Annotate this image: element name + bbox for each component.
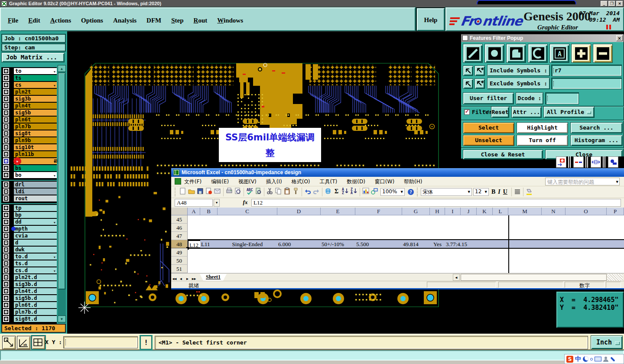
excel-sheet[interactable]: ABCDEFGHIJKLMNOP45464748L12L11Single-End… xyxy=(171,208,624,273)
layer-checkbox[interactable] xyxy=(3,212,9,218)
underline-icon[interactable]: U xyxy=(503,188,507,195)
text-tool-icon[interactable]: A xyxy=(549,44,569,63)
layer-name-to[interactable]: to➤ xyxy=(14,68,57,74)
layer-checkbox[interactable] xyxy=(3,137,9,143)
excel-tool-paste-icon[interactable] xyxy=(283,187,292,197)
tool-icon-1[interactable] xyxy=(556,156,566,168)
cell-B48[interactable]: L11 xyxy=(200,240,218,248)
surface-tool-icon[interactable] xyxy=(506,44,526,63)
excel-tool-draw-icon[interactable] xyxy=(370,187,379,197)
excel-tool-chart-icon[interactable] xyxy=(361,187,370,197)
cell-A48[interactable]: L12 xyxy=(188,240,200,248)
layer-checkbox[interactable] xyxy=(3,124,9,130)
layer-name-dwk[interactable]: dwk xyxy=(14,247,57,253)
alert-button[interactable]: ! xyxy=(140,336,152,349)
layer-name-pln7b[interactable]: pln7b xyxy=(14,124,57,130)
excel-tool-preview-icon[interactable] xyxy=(234,187,242,197)
fx-icon[interactable]: fx xyxy=(240,199,250,207)
excel-menu-item[interactable]: 视图(V) xyxy=(238,178,257,185)
popup-close-icon[interactable]: × xyxy=(616,35,623,41)
col-header-P[interactable]: P xyxy=(607,208,624,215)
excel-tool-spell-icon[interactable]: ABC xyxy=(245,187,254,197)
popup-titlebar[interactable]: Features Filter Popup xyxy=(461,34,624,42)
include-select-icon[interactable] xyxy=(463,65,473,76)
layer-name-bp[interactable]: bp xyxy=(14,212,57,218)
excel-menu-item[interactable]: 插入(I) xyxy=(266,178,282,185)
col-header-A[interactable]: A xyxy=(188,208,200,215)
xy-input[interactable] xyxy=(63,336,138,348)
layer-checkbox[interactable] xyxy=(3,274,9,280)
layer-name-ldi[interactable]: ldi xyxy=(14,188,57,195)
excel-tool-undo-icon[interactable] xyxy=(303,187,312,197)
col-header-M[interactable]: M xyxy=(508,208,542,215)
layer-checkbox[interactable] xyxy=(3,165,9,171)
arc-tool-icon[interactable] xyxy=(528,44,548,63)
excel-tool-redo-icon[interactable] xyxy=(312,187,321,197)
col-header-G[interactable]: G xyxy=(402,208,430,215)
bold-icon[interactable]: B xyxy=(491,188,495,195)
layer-checkbox[interactable] xyxy=(3,75,9,81)
turnoff-button[interactable]: Turn off xyxy=(517,135,568,146)
layer-name-ss[interactable]: ss➤➤ xyxy=(14,158,57,164)
italic-icon[interactable]: I xyxy=(498,188,500,195)
name-box[interactable]: A48 xyxy=(175,199,213,207)
layer-checkbox[interactable] xyxy=(3,89,9,95)
row-header-47[interactable]: 47 xyxy=(171,232,188,240)
exclude-symbols-input[interactable] xyxy=(551,78,622,89)
layer-checkbox[interactable] xyxy=(3,103,9,109)
excel-tool-mail-icon[interactable] xyxy=(213,187,222,197)
sheet-tab[interactable]: Sheet1 xyxy=(200,274,227,281)
layer-checkbox[interactable] xyxy=(3,302,9,308)
menu-item-options[interactable]: Options xyxy=(81,17,103,24)
layer-checkbox[interactable] xyxy=(3,260,9,266)
layer-name-mpth[interactable]: mpth xyxy=(14,226,57,232)
reset-button[interactable]: Reset xyxy=(491,106,509,118)
close-reset-button[interactable]: Close & Reset xyxy=(463,150,543,159)
measure-icon[interactable]: ok xyxy=(17,336,30,349)
cell-I48[interactable]: 3.77:4.15 xyxy=(445,240,461,248)
cell-F48[interactable]: 5.500 xyxy=(355,240,402,248)
col-header-E[interactable]: E xyxy=(321,208,355,215)
filter-checkbox[interactable]: ✓ xyxy=(464,109,470,115)
layer-name-sig10t[interactable]: sig10t xyxy=(14,144,57,150)
layer-name-cs[interactable]: cs➤ xyxy=(14,82,57,88)
excel-tool-save-icon[interactable] xyxy=(196,187,205,197)
zoom-window-icon[interactable] xyxy=(2,336,16,349)
layer-scrollbar[interactable]: ▲ ▼ xyxy=(58,65,66,323)
excel-tool-sortza-icon[interactable]: ZA xyxy=(350,187,358,197)
layer-checkbox[interactable] xyxy=(3,182,9,188)
hscroll-thumb[interactable] xyxy=(461,274,607,281)
col-header-H[interactable]: H xyxy=(430,208,445,215)
menu-item-actions[interactable]: Actions xyxy=(50,17,71,24)
cell-D48[interactable]: 6.000 xyxy=(277,240,321,248)
excel-tool-sum-icon[interactable]: Σ xyxy=(332,187,341,197)
subtract-mode-icon[interactable] xyxy=(593,44,613,63)
layer-checkbox[interactable] xyxy=(3,316,9,322)
dcode-input[interactable] xyxy=(545,92,579,104)
moon-icon[interactable] xyxy=(583,356,588,362)
include-symbols-input[interactable]: r7 xyxy=(551,65,622,76)
layer-name-sig5b.d[interactable]: sig5b.d xyxy=(14,295,57,301)
excel-tool-research-icon[interactable] xyxy=(254,187,263,197)
attr-button[interactable]: Attr ... xyxy=(511,106,542,118)
layer-checkbox[interactable] xyxy=(3,82,9,88)
layer-name-bo[interactable]: bo➤ xyxy=(14,172,57,178)
layer-checkbox[interactable] xyxy=(3,144,9,150)
menu-item-help[interactable]: Help xyxy=(417,8,445,31)
layer-checkbox[interactable] xyxy=(3,68,9,74)
restore-button[interactable]: ❐ xyxy=(608,1,615,6)
layer-name-pln11b[interactable]: pln11b xyxy=(14,151,57,157)
layer-name-bs[interactable]: bs xyxy=(14,165,57,171)
excel-tool-painter-icon[interactable] xyxy=(292,187,300,197)
sogou-icon[interactable]: S xyxy=(566,356,573,363)
row-header-49[interactable]: 49 xyxy=(171,248,188,257)
menu-item-step[interactable]: Step xyxy=(171,17,183,24)
include-add-icon[interactable] xyxy=(474,65,485,76)
layer-name-pln9b[interactable]: pln9b xyxy=(14,137,57,143)
job-matrix-button[interactable]: Job Matrix ... xyxy=(1,52,65,62)
layer-name-d[interactable]: d xyxy=(14,240,57,246)
layer-checkbox[interactable] xyxy=(3,240,9,246)
layer-name-sig8t.d[interactable]: sig8t.d xyxy=(14,316,57,322)
highlight-button[interactable]: Highlight xyxy=(517,122,568,133)
layer-name-pln2t.d[interactable]: pln2t.d xyxy=(14,274,57,280)
